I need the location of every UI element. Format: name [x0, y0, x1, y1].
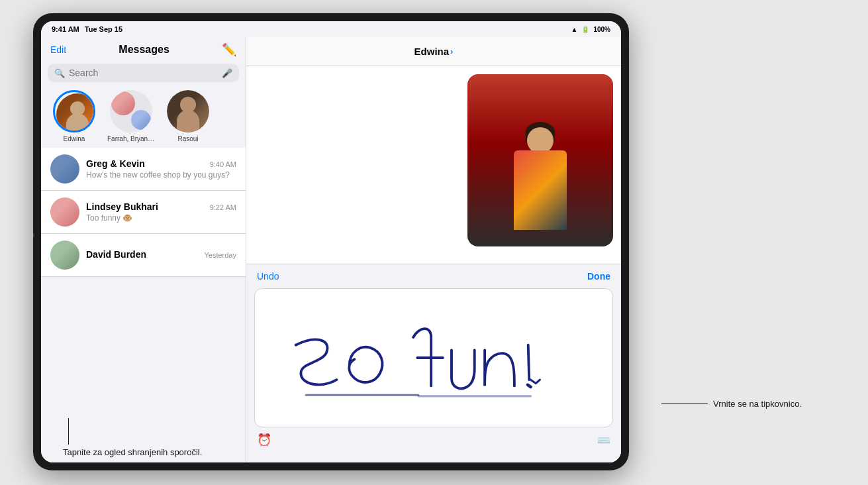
photo-message: [254, 74, 613, 246]
chat-time-david: Yesterday: [204, 251, 236, 259]
status-date: Tue Sep 15: [85, 25, 122, 33]
mic-icon[interactable]: 🎤: [222, 68, 232, 78]
chat-info-greg: Greg & Kevin 9:40 AM How's the new coffe…: [86, 158, 236, 180]
hw-bottom: ⏰ ⌨️: [246, 427, 621, 453]
chat-preview-greg: How's the new coffee shop by you guys?: [86, 170, 236, 180]
chat-name-lindsey: Lindsey Bukhari: [86, 201, 158, 212]
chat-list: Greg & Kevin 9:40 AM How's the new coffe…: [41, 148, 246, 462]
chat-name-row-lindsey: Lindsey Bukhari 9:22 AM: [86, 201, 236, 212]
hw-canvas[interactable]: [254, 288, 613, 427]
photo-simulation: [467, 74, 613, 246]
annotation-bottom-right: Vrnite se na tipkovnico.: [713, 399, 802, 409]
ipad-frame: 9:41 AM Tue Sep 15 ▲ 🔋 100% Edit Message…: [33, 13, 629, 470]
chat-name-row-greg: Greg & Kevin 9:40 AM: [86, 158, 236, 169]
avatar-rasoui: [167, 90, 209, 133]
photo-person: [501, 114, 580, 246]
chat-item-lindsey[interactable]: Lindsey Bukhari 9:22 AM Too funny 🐵: [41, 191, 246, 234]
hw-keyboard-icon[interactable]: ⌨️: [597, 434, 610, 447]
hw-clock-icon[interactable]: ⏰: [257, 433, 271, 447]
chat-item-david[interactable]: David Burden Yesterday: [41, 234, 246, 277]
pinned-label-group: Farrah, Bryan &...: [107, 135, 155, 142]
side-dot: [33, 233, 34, 238]
photo-bubble: [467, 74, 613, 246]
status-time: 9:41 AM: [52, 25, 79, 33]
avatar-edwina: [56, 93, 95, 133]
person-head: [527, 127, 554, 154]
chat-name-david: David Burden: [86, 249, 146, 260]
messages-header: Edwina ›: [246, 37, 621, 66]
hw-undo-button[interactable]: Undo: [257, 271, 279, 282]
ipad-screen: 9:41 AM Tue Sep 15 ▲ 🔋 100% Edit Message…: [41, 21, 621, 462]
pinned-contact-edwina[interactable]: Edwina: [48, 90, 101, 142]
compose-button[interactable]: ✏️: [222, 42, 236, 57]
search-input[interactable]: [69, 68, 218, 78]
hw-toolbar: Undo Done: [246, 264, 621, 288]
mini-face-2: [131, 110, 151, 130]
chat-avatar-lindsey: [50, 197, 79, 227]
person-body: [514, 150, 567, 230]
chat-preview-lindsey: Too funny 🐵: [86, 213, 236, 223]
pinned-label-edwina: Edwina: [64, 135, 85, 142]
handwriting-panel: Undo Done: [246, 264, 621, 462]
handwriting-svg: [255, 289, 612, 427]
chat-info-lindsey: Lindsey Bukhari 9:22 AM Too funny 🐵: [86, 201, 236, 223]
chat-info-david: David Burden Yesterday: [86, 249, 236, 261]
contact-chevron: ›: [450, 46, 453, 56]
annotation-bottom-left: Tapnite za ogled shranjenih sporočil.: [63, 447, 202, 457]
battery-percent: 100%: [593, 26, 610, 33]
messages-panel: Edwina ›: [246, 37, 621, 462]
chat-avatar-greg: [50, 154, 79, 184]
chat-name-row-david: David Burden Yesterday: [86, 249, 236, 260]
chat-item-greg[interactable]: Greg & Kevin 9:40 AM How's the new coffe…: [41, 148, 246, 191]
avatar-group: [110, 90, 152, 133]
sidebar-header: Edit Messages ✏️: [41, 37, 246, 61]
main-content: Edit Messages ✏️ 🔍 🎤: [41, 37, 621, 462]
pinned-label-rasoui: Rasoui: [177, 135, 198, 142]
sidebar: Edit Messages ✏️ 🔍 🎤: [41, 37, 246, 462]
chat-avatar-david: [50, 241, 79, 270]
status-icons: ▲ 🔋 100%: [571, 26, 610, 33]
contact-name-text: Edwina: [414, 46, 450, 57]
chat-time-lindsey: 9:22 AM: [210, 203, 236, 211]
hw-done-button[interactable]: Done: [587, 271, 610, 282]
sidebar-title: Messages: [119, 44, 169, 56]
contact-name[interactable]: Edwina ›: [414, 46, 454, 57]
mini-face-1: [111, 91, 135, 115]
pinned-contacts-row: Edwina Farrah, Bryan &...: [41, 87, 246, 148]
status-bar: 9:41 AM Tue Sep 15 ▲ 🔋 100%: [41, 21, 621, 37]
pinned-contact-rasoui[interactable]: Rasoui: [162, 90, 215, 142]
pinned-contact-group[interactable]: Farrah, Bryan &...: [105, 90, 158, 142]
avatar-wrapper-edwina: [53, 90, 95, 133]
edit-button[interactable]: Edit: [50, 44, 66, 55]
search-icon: 🔍: [54, 68, 65, 78]
wifi-icon: ▲: [571, 26, 578, 33]
chat-name-greg: Greg & Kevin: [86, 158, 145, 169]
avatar-wrapper-rasoui: [167, 90, 209, 133]
search-bar[interactable]: 🔍 🎤: [48, 64, 239, 82]
chat-time-greg: 9:40 AM: [210, 160, 236, 168]
battery-icon: 🔋: [581, 26, 589, 33]
